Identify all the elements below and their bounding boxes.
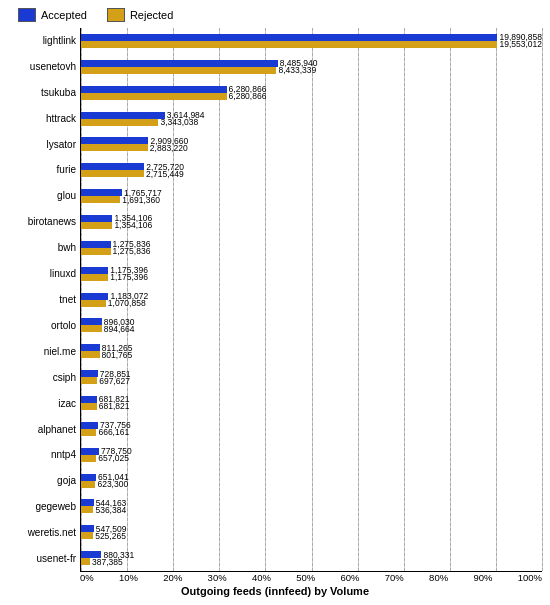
accepted-bar — [81, 189, 122, 196]
rejected-bar-line: 894,664 — [81, 325, 542, 332]
accepted-bar — [81, 112, 165, 119]
rejected-value: 19,553,012 — [499, 39, 542, 49]
y-label-httrack: httrack — [8, 106, 76, 132]
bar-rows: 19,890,85819,553,0128,485,9408,433,3396,… — [81, 28, 542, 571]
x-label: 100% — [518, 572, 542, 583]
accepted-bar — [81, 34, 497, 41]
rejected-bar — [81, 325, 102, 332]
bar-row: 19,890,85819,553,012 — [81, 28, 542, 54]
rejected-bar-line: 1,691,360 — [81, 196, 542, 203]
x-label: 0% — [80, 572, 94, 583]
bar-wrap: 3,614,9843,343,038 — [81, 112, 542, 126]
accepted-bar — [81, 60, 278, 67]
rejected-value: 1,354,106 — [114, 220, 152, 230]
accepted-bar — [81, 370, 98, 377]
accepted-bar — [81, 318, 102, 325]
rejected-bar-line: 681,821 — [81, 403, 542, 410]
bar-wrap: 728,851697,627 — [81, 370, 542, 384]
y-label-birotanews: birotanews — [8, 209, 76, 235]
accepted-bar — [81, 241, 111, 248]
bar-row: 544,163536,384 — [81, 493, 542, 519]
legend-accepted: Accepted — [18, 8, 87, 22]
bar-wrap: 1,765,7171,691,360 — [81, 189, 542, 203]
rejected-bar-line: 657,025 — [81, 455, 542, 462]
bar-row: 547,509525,265 — [81, 519, 542, 545]
rejected-bar-line: 2,883,220 — [81, 144, 542, 151]
legend-rejected: Rejected — [107, 8, 173, 22]
rejected-value: 1,175,396 — [110, 272, 148, 282]
rejected-bar-line: 1,354,106 — [81, 222, 542, 229]
y-label-glou: glou — [8, 183, 76, 209]
bar-wrap: 681,821681,821 — [81, 396, 542, 410]
accepted-bar — [81, 448, 99, 455]
accepted-bar — [81, 163, 144, 170]
y-label-linuxd: linuxd — [8, 261, 76, 287]
rejected-bar — [81, 41, 497, 48]
y-label-tsukuba: tsukuba — [8, 80, 76, 106]
bar-wrap: 896,030894,664 — [81, 318, 542, 332]
bar-wrap: 778,750657,025 — [81, 448, 542, 462]
bar-wrap: 811,265801,765 — [81, 344, 542, 358]
rejected-value: 681,821 — [99, 401, 130, 411]
rejected-bar-line: 19,553,012 — [81, 41, 542, 48]
accepted-bar — [81, 396, 97, 403]
grid-line-100 — [542, 28, 543, 571]
rejected-value: 623,300 — [97, 479, 128, 489]
y-label-usenetovh: usenetovh — [8, 54, 76, 80]
bar-row: 651,041623,300 — [81, 468, 542, 494]
rejected-bar — [81, 455, 96, 462]
x-label: 20% — [163, 572, 182, 583]
bar-row: 811,265801,765 — [81, 338, 542, 364]
rejected-bar — [81, 403, 97, 410]
rejected-bar — [81, 144, 148, 151]
rejected-value: 387,385 — [92, 557, 123, 567]
x-label: 40% — [252, 572, 271, 583]
chart-container: Accepted Rejected lightlinkusenetovhtsuk… — [0, 0, 550, 605]
accepted-bar-line: 544,163 — [81, 499, 542, 506]
bar-row: 1,765,7171,691,360 — [81, 183, 542, 209]
accepted-bar-line: 6,280,866 — [81, 86, 542, 93]
rejected-bar-line: 1,275,836 — [81, 248, 542, 255]
x-label: 60% — [341, 572, 360, 583]
y-label-tnet: tnet — [8, 287, 76, 313]
accepted-bar-line: 681,821 — [81, 396, 542, 403]
rejected-bar — [81, 351, 100, 358]
bar-row: 1,183,0721,070,858 — [81, 287, 542, 313]
rejected-bar-line: 3,343,038 — [81, 119, 542, 126]
rejected-bar-line: 666,161 — [81, 429, 542, 436]
bar-wrap: 1,275,8361,275,836 — [81, 241, 542, 255]
accepted-bar — [81, 422, 98, 429]
bar-row: 2,909,6602,883,220 — [81, 131, 542, 157]
rejected-bar — [81, 429, 96, 436]
y-label-niel.me: niel.me — [8, 339, 76, 365]
bar-wrap: 2,725,7202,715,449 — [81, 163, 542, 177]
accepted-bar — [81, 137, 148, 144]
bar-wrap: 544,163536,384 — [81, 499, 542, 513]
rejected-value: 697,627 — [99, 376, 130, 386]
bar-row: 880,331387,385 — [81, 545, 542, 571]
y-label-alphanet: alphanet — [8, 417, 76, 443]
x-axis-labels: 0%10%20%30%40%50%60%70%80%90%100% — [80, 572, 542, 583]
y-label-gegeweb: gegeweb — [8, 494, 76, 520]
y-label-lysator: lysator — [8, 132, 76, 158]
rejected-bar-line: 697,627 — [81, 377, 542, 384]
bar-row: 2,725,7202,715,449 — [81, 157, 542, 183]
bar-wrap: 651,041623,300 — [81, 474, 542, 488]
accepted-swatch — [18, 8, 36, 22]
bar-row: 3,614,9843,343,038 — [81, 106, 542, 132]
rejected-value: 6,280,866 — [229, 91, 267, 101]
bars-and-labels: lightlinkusenetovhtsukubahttracklysatorf… — [8, 28, 542, 572]
accepted-bar-line: 651,041 — [81, 474, 542, 481]
bar-wrap: 19,890,85819,553,012 — [81, 34, 542, 48]
rejected-bar-line: 8,433,339 — [81, 67, 542, 74]
rejected-label: Rejected — [130, 9, 173, 21]
accepted-bar-line: 880,331 — [81, 551, 542, 558]
bar-row: 1,275,8361,275,836 — [81, 235, 542, 261]
rejected-value: 2,883,220 — [150, 143, 188, 153]
bar-wrap: 8,485,9408,433,339 — [81, 60, 542, 74]
x-axis-labels-row: 0%10%20%30%40%50%60%70%80%90%100% — [80, 572, 542, 583]
rejected-bar — [81, 222, 112, 229]
rejected-bar — [81, 558, 90, 565]
rejected-bar-line: 536,384 — [81, 506, 542, 513]
rejected-bar-line: 2,715,449 — [81, 170, 542, 177]
